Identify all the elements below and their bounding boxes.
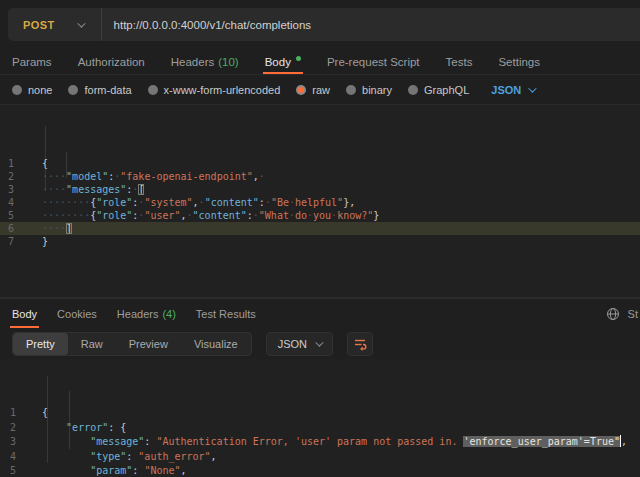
wrap-text-button[interactable]: [347, 332, 373, 356]
whitespace-dots: ····: [42, 184, 66, 195]
whitespace-dots: ········: [42, 197, 90, 208]
line-content: ········{"role":·"user",·"content":·"Wha…: [42, 209, 640, 222]
response-tab-cookies[interactable]: Cookies: [57, 299, 97, 328]
response-tabs-row: BodyCookiesHeaders(4)Test Results St: [0, 299, 640, 328]
tab-label: Settings: [498, 56, 540, 68]
request-body-editor[interactable]: 1{2····"model":·"fake-openai-endpoint",·…: [0, 104, 640, 298]
request-code-line[interactable]: 6····]: [0, 222, 640, 235]
request-code-line[interactable]: 7}: [0, 235, 640, 248]
response-tab-headers[interactable]: Headers(4): [117, 299, 176, 328]
indent-spaces: [42, 465, 90, 476]
code-token: ,: [211, 451, 217, 462]
response-code-line[interactable]: 4 "type": "auth_error",: [0, 450, 640, 465]
tab-label: Headers: [117, 308, 159, 320]
line-content: "param": "None",: [42, 464, 640, 477]
tab-label: Body: [12, 308, 37, 320]
response-section: BodyCookiesHeaders(4)Test Results St Pre…: [0, 298, 640, 477]
indent-spaces: [42, 422, 66, 433]
code-token: {: [42, 158, 48, 169]
method-select[interactable]: POST: [8, 19, 101, 31]
radio-raw-icon: [296, 85, 306, 95]
code-token: {: [42, 407, 48, 418]
body-mode-binary[interactable]: binary: [346, 84, 392, 96]
view-visualize-button[interactable]: Visualize: [181, 333, 251, 355]
tab-label: Pre-request Script: [327, 56, 420, 68]
tab-label: Headers: [171, 56, 214, 68]
request-tab-headers[interactable]: Headers(10): [171, 49, 239, 74]
view-preview-button[interactable]: Preview: [116, 333, 181, 355]
line-number: 6: [0, 222, 14, 235]
code-token: : {: [108, 422, 126, 433]
request-tab-authorization[interactable]: Authorization: [78, 49, 145, 74]
body-mode-x-www-form-urlencoded[interactable]: x-www-form-urlencoded: [148, 84, 281, 96]
url-input[interactable]: http://0.0.0.0:4000/v1/chat/completions: [102, 19, 640, 31]
line-number: 5: [0, 464, 16, 477]
response-tab-test-results[interactable]: Test Results: [196, 299, 256, 328]
response-code-line[interactable]: 2 "error": {: [0, 421, 640, 436]
chevron-down-icon: [315, 338, 323, 346]
bracket-match: [: [138, 184, 144, 195]
line-number: 2: [0, 421, 16, 436]
line-number: 1: [0, 406, 16, 421]
indent-spaces: [42, 436, 90, 447]
line-content: {: [42, 406, 640, 421]
request-tab-body[interactable]: Body: [265, 49, 301, 74]
line-number: 4: [0, 450, 16, 465]
tab-label: Test Results: [196, 308, 256, 320]
response-code-line[interactable]: 3 "message": "Authentication Error, 'use…: [0, 435, 640, 450]
view-raw-button[interactable]: Raw: [68, 333, 116, 355]
request-code-line[interactable]: 2····"model":·"fake-openai-endpoint",·: [0, 170, 640, 183]
response-toolbar: PrettyRawPreviewVisualize JSON: [0, 328, 640, 359]
code-token: ,: [181, 465, 187, 476]
line-content: "message": "Authentication Error, 'user'…: [42, 435, 640, 450]
response-view-switcher: PrettyRawPreviewVisualize: [12, 332, 252, 356]
response-code-line[interactable]: 5 "param": "None",: [0, 464, 640, 477]
line-number: 3: [0, 435, 16, 450]
code-token: },: [343, 197, 355, 208]
request-tab-params[interactable]: Params: [12, 49, 52, 74]
line-number: 1: [0, 157, 14, 170]
header-count-badge: (10): [218, 56, 238, 68]
body-mode-form-data[interactable]: form-data: [68, 84, 131, 96]
json-string: do: [295, 210, 307, 221]
selected-text: 'enforce_user_param'=True": [463, 436, 620, 447]
request-code-line[interactable]: 3····"messages":·[: [0, 183, 640, 196]
chevron-down-icon: [528, 84, 536, 92]
line-content: ········{"role":·"system",·"content":·"B…: [42, 196, 640, 209]
json-key: "error": [66, 422, 108, 433]
json-key: "messages": [66, 184, 126, 195]
request-tab-tests[interactable]: Tests: [446, 49, 473, 74]
mode-label: GraphQL: [424, 84, 469, 96]
request-code: 1{2····"model":·"fake-openai-endpoint",·…: [0, 157, 640, 248]
response-tab-body[interactable]: Body: [12, 299, 37, 328]
view-pretty-button[interactable]: Pretty: [13, 333, 68, 355]
request-code-line[interactable]: 5········{"role":·"user",·"content":·"Wh…: [0, 209, 640, 222]
request-code-line[interactable]: 4········{"role":·"system",·"content":·"…: [0, 196, 640, 209]
body-mode-raw[interactable]: raw: [296, 84, 330, 96]
tab-label: Params: [12, 56, 52, 68]
json-string: "Authentication Error, 'user' param not …: [156, 436, 463, 447]
request-tab-settings[interactable]: Settings: [498, 49, 540, 74]
header-count-badge: (4): [162, 308, 175, 320]
mode-label: none: [28, 84, 52, 96]
json-key: "message": [90, 436, 144, 447]
request-code-line[interactable]: 1{: [0, 157, 640, 170]
body-mode-graphql[interactable]: GraphQL: [408, 84, 469, 96]
line-content: ····]: [42, 222, 640, 235]
globe-icon[interactable]: [606, 307, 620, 321]
response-body-editor[interactable]: 1{2 "error": {3 "message": "Authenticati…: [0, 359, 640, 477]
response-code-line[interactable]: 1{: [0, 406, 640, 421]
mode-label: raw: [312, 84, 330, 96]
whitespace-dots: ····: [42, 223, 66, 234]
indent-spaces: [42, 451, 90, 462]
tab-label: Tests: [446, 56, 473, 68]
response-tabs: BodyCookiesHeaders(4)Test Results: [12, 299, 256, 328]
radio-graphql-icon: [408, 85, 418, 95]
line-number: 4: [0, 196, 14, 209]
body-mode-none[interactable]: none: [12, 84, 52, 96]
response-code: 1{2 "error": {3 "message": "Authenticati…: [0, 406, 640, 477]
language-select[interactable]: JSON: [491, 84, 534, 96]
request-tab-pre-request-script[interactable]: Pre-request Script: [327, 49, 420, 74]
response-language-select[interactable]: JSON: [266, 332, 333, 356]
body-mode-row: noneform-datax-www-form-urlencodedrawbin…: [0, 75, 640, 104]
